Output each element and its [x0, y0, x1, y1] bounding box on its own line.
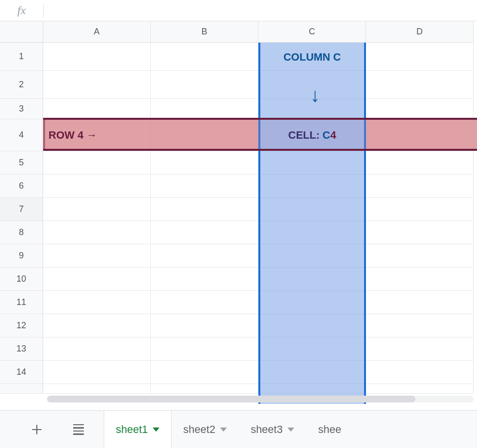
formula-input[interactable]: [44, 0, 477, 21]
row-header-8[interactable]: 8: [0, 221, 43, 244]
cell-C3[interactable]: [258, 99, 366, 119]
cell-A8[interactable]: [43, 221, 151, 244]
column-header-D[interactable]: D: [366, 21, 474, 43]
sheet-tabs-bar: sheet1 sheet2 sheet3 shee: [0, 410, 477, 448]
cell-A9[interactable]: [43, 244, 151, 268]
cell-C[interactable]: [258, 384, 366, 394]
cell-D8[interactable]: [366, 221, 474, 244]
row-header-13[interactable]: 13: [0, 337, 43, 361]
chevron-down-icon: [153, 427, 159, 432]
cell-C12[interactable]: [258, 314, 366, 337]
cell-C13[interactable]: [258, 337, 366, 361]
sheet-tab-sheet1[interactable]: sheet1: [104, 411, 172, 448]
cell-D7[interactable]: [366, 198, 474, 221]
cell-B12[interactable]: [151, 314, 258, 337]
row-header-9[interactable]: 9: [0, 244, 43, 268]
cell-C9[interactable]: [258, 244, 366, 268]
row-header-5[interactable]: 5: [0, 151, 43, 175]
row-header-12[interactable]: 12: [0, 314, 43, 337]
add-sheet-button[interactable]: [23, 416, 50, 443]
cell-B10[interactable]: [151, 268, 258, 291]
cell-A2[interactable]: [43, 71, 151, 99]
cell-A[interactable]: [43, 384, 151, 394]
cell-C5[interactable]: [258, 151, 366, 175]
row-headers: 1234567891011121314: [0, 43, 43, 394]
row-header-3[interactable]: 3: [0, 99, 43, 119]
cell-C6[interactable]: [258, 175, 366, 198]
cell-C10[interactable]: [258, 268, 366, 291]
cell-D10[interactable]: [366, 268, 474, 291]
scrollbar-thumb[interactable]: [47, 396, 415, 402]
cell-D5[interactable]: [366, 151, 474, 175]
sheet-tab-sheet2[interactable]: sheet2: [172, 411, 239, 448]
row-header-10[interactable]: 10: [0, 268, 43, 291]
cell-A1[interactable]: [43, 43, 151, 71]
cell-A6[interactable]: [43, 175, 151, 198]
cell-B11[interactable]: [151, 291, 258, 314]
fx-label: fx: [0, 4, 43, 17]
cell-D6[interactable]: [366, 175, 474, 198]
cell-C7[interactable]: [258, 198, 366, 221]
row-header-6[interactable]: 6: [0, 175, 43, 198]
cell-B3[interactable]: [151, 99, 258, 119]
column-header-A[interactable]: A: [43, 21, 151, 43]
cell-B14[interactable]: [151, 361, 258, 384]
cell-B6[interactable]: [151, 175, 258, 198]
cell-B1[interactable]: [151, 43, 258, 71]
cell-B13[interactable]: [151, 337, 258, 361]
cell-B9[interactable]: [151, 244, 258, 268]
cell-D12[interactable]: [366, 314, 474, 337]
cell-A7[interactable]: [43, 198, 151, 221]
sheet-tab-label: shee: [318, 423, 341, 436]
sheet-tab-sheet4[interactable]: shee: [306, 411, 342, 448]
column-header-C[interactable]: C: [258, 21, 366, 43]
cell-D2[interactable]: [366, 71, 474, 99]
plus-icon: [31, 423, 43, 436]
cell-D14[interactable]: [366, 361, 474, 384]
row-header-11[interactable]: 11: [0, 291, 43, 314]
cell-D11[interactable]: [366, 291, 474, 314]
cell-D4[interactable]: [366, 119, 474, 151]
sheet-tab-label: sheet3: [251, 423, 283, 436]
cell-A10[interactable]: [43, 268, 151, 291]
cell-D9[interactable]: [366, 244, 474, 268]
row-header-14[interactable]: 14: [0, 361, 43, 384]
cell-B4[interactable]: [151, 119, 258, 151]
cell-A3[interactable]: [43, 99, 151, 119]
cell-B[interactable]: [151, 384, 258, 394]
cell-B8[interactable]: [151, 221, 258, 244]
horizontal-scrollbar[interactable]: [47, 396, 474, 402]
cell-B2[interactable]: [151, 71, 258, 99]
cell-D[interactable]: [366, 384, 474, 394]
cell-A12[interactable]: [43, 314, 151, 337]
cell-A5[interactable]: [43, 151, 151, 175]
cell-C2[interactable]: [258, 71, 366, 99]
cell-D3[interactable]: [366, 99, 474, 119]
cell-C14[interactable]: [258, 361, 366, 384]
cell-A13[interactable]: [43, 337, 151, 361]
sheet-tab-label: sheet2: [183, 423, 215, 436]
select-all-corner[interactable]: [0, 21, 43, 43]
formula-bar: fx: [0, 0, 477, 21]
cell-B7[interactable]: [151, 198, 258, 221]
row-header-1[interactable]: 1: [0, 43, 43, 71]
cell-A11[interactable]: [43, 291, 151, 314]
row-header-4[interactable]: 4: [0, 119, 43, 151]
spreadsheet-grid: A B C D 1234567891011121314 COLUMN C ↓ R…: [0, 21, 477, 404]
cell-C1[interactable]: [258, 43, 366, 71]
sheet-tab-sheet3[interactable]: sheet3: [239, 411, 306, 448]
cell-A4[interactable]: [43, 119, 151, 151]
cell-C11[interactable]: [258, 291, 366, 314]
cell-C4[interactable]: [258, 119, 366, 151]
cell-A14[interactable]: [43, 361, 151, 384]
cell-B5[interactable]: [151, 151, 258, 175]
row-header-2[interactable]: 2: [0, 71, 43, 99]
cell-D1[interactable]: [366, 43, 474, 71]
cell-C8[interactable]: [258, 221, 366, 244]
row-header-7[interactable]: 7: [0, 198, 43, 221]
sheet-tab-label: sheet1: [116, 423, 148, 436]
row-header-[interactable]: [0, 384, 43, 394]
cell-D13[interactable]: [366, 337, 474, 361]
all-sheets-button[interactable]: [65, 416, 92, 443]
column-header-B[interactable]: B: [151, 21, 258, 43]
